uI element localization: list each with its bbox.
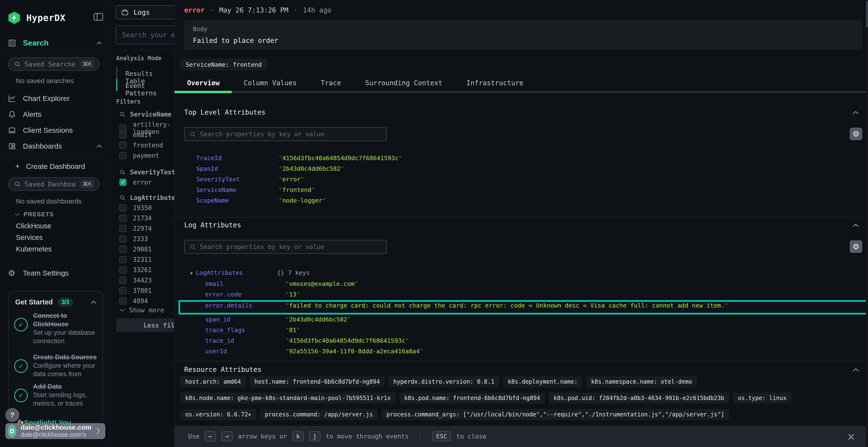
show-more-toggle[interactable]: Show more xyxy=(119,306,164,314)
preset-kubernetes[interactable]: Kubernetes xyxy=(16,245,52,253)
attr-row[interactable]: SpanId "2b43d0c4dd6bc582" xyxy=(175,165,868,176)
attr-row-error-details-highlighted[interactable]: error.details "failed to charge card: co… xyxy=(175,302,868,313)
resource-tag[interactable]: os.version: 6.6.72+ xyxy=(180,409,256,420)
get-started-item[interactable]: ✓ Add Data Start sending logs, metrics, … xyxy=(14,382,98,408)
log-attributes-search-input[interactable]: Search properties by key or value xyxy=(184,240,387,254)
checkbox[interactable] xyxy=(119,204,127,211)
filter-option[interactable]: 37801 xyxy=(119,287,152,294)
attr-row[interactable]: trace_flags "01" xyxy=(175,326,868,337)
filter-option[interactable]: 19350 xyxy=(119,204,152,211)
logo[interactable]: HyperDX xyxy=(8,11,66,24)
checkbox[interactable] xyxy=(119,142,127,149)
resource-tag[interactable]: process.command_args: ["/usr/local/bin/n… xyxy=(381,409,729,420)
tab-surrounding-context[interactable]: Surrounding Context xyxy=(365,79,442,87)
close-icon[interactable]: × xyxy=(847,432,856,442)
attr-key[interactable]: SpanId xyxy=(196,165,218,172)
filter-option[interactable]: 22974 xyxy=(119,225,152,232)
triangle-down-icon[interactable]: ▾ xyxy=(190,270,193,276)
attr-key[interactable]: userId xyxy=(205,348,227,355)
filter-option[interactable]: 2333 xyxy=(119,235,148,243)
presets-toggle[interactable]: PRESETS xyxy=(14,211,54,218)
tree-root-key[interactable]: LogAttributes xyxy=(196,269,243,276)
get-started-item[interactable]: ✓ Create Data Sources Configure where yo… xyxy=(14,353,98,378)
attr-key[interactable]: trace_flags xyxy=(205,326,245,334)
checkbox[interactable] xyxy=(119,235,127,243)
gear-icon[interactable]: ⚙ xyxy=(850,240,862,253)
service-tag[interactable]: ServiceName: frontend xyxy=(180,59,267,71)
filter-option[interactable]: payment xyxy=(119,152,159,159)
resource-tag[interactable]: k8s.pod.uid: f284fb2d-a0b3-4634-991b-e2c… xyxy=(549,392,729,404)
attr-row[interactable]: SeverityText "error" xyxy=(175,176,868,186)
chevron-up-icon[interactable] xyxy=(852,110,859,115)
checkbox[interactable] xyxy=(119,246,127,253)
resource-tag[interactable]: host.arch: amd64 xyxy=(180,376,246,387)
checkbox[interactable] xyxy=(119,256,127,263)
resource-tag[interactable]: os.type: linux xyxy=(733,392,791,404)
resource-tag[interactable]: k8s.pod.name: frontend-6b6c8d7bfd-ng894 xyxy=(400,392,545,404)
checkbox[interactable] xyxy=(119,215,127,222)
source-select[interactable]: Logs xyxy=(116,5,174,19)
user-menu[interactable]: D dale@clickhouse.com dale@clickhouse.co… xyxy=(5,423,105,439)
sidebar-item-team-settings[interactable]: ⚙ Team Settings xyxy=(8,268,102,278)
preset-services[interactable]: Services xyxy=(16,234,43,242)
help-button[interactable]: ? xyxy=(5,408,19,422)
filter-option[interactable]: email xyxy=(119,131,152,138)
collapse-sidebar-icon[interactable] xyxy=(93,12,104,21)
chevron-up-icon[interactable] xyxy=(852,368,859,372)
attr-row[interactable]: userId "92a55156-39a4-11f0-8ddd-a2eca416… xyxy=(175,348,868,358)
resource-tag[interactable]: k8s.node.name: gke-pme-k8s-standard-main… xyxy=(180,392,396,404)
tab-trace[interactable]: Trace xyxy=(321,79,341,87)
attr-key[interactable]: SeverityText xyxy=(196,176,240,183)
resource-tag[interactable]: k8s.namespace.name: otel-demo xyxy=(586,376,697,387)
attr-key[interactable]: email xyxy=(205,280,223,287)
mode-event-patterns[interactable]: Event Patterns xyxy=(125,82,174,97)
preset-clickhouse[interactable]: ClickHouse xyxy=(16,222,51,230)
tab-infrastructure[interactable]: Infrastructure xyxy=(467,79,523,87)
top-level-search-input[interactable]: Search properties by key or value xyxy=(184,127,387,141)
event-search-input[interactable]: Search your events xyxy=(116,26,174,44)
filter-group-logattributes[interactable]: LogAttributes xyxy=(119,194,174,201)
get-started-item[interactable]: ✓ Connect to ClickHouse Set up your data… xyxy=(14,312,98,345)
checkbox[interactable] xyxy=(119,266,127,274)
attr-row[interactable]: TraceId "4156d3fbc40a64854d9dc7f68641593… xyxy=(175,154,868,165)
filter-option[interactable]: 32311 xyxy=(119,256,152,263)
attr-row[interactable]: ScopeName "node-logger" xyxy=(175,197,868,208)
filter-option[interactable]: 33261 xyxy=(119,266,152,274)
filter-option[interactable]: 4894 xyxy=(119,298,148,305)
less-filters-button[interactable]: Less filters xyxy=(116,318,174,332)
attr-key[interactable]: ScopeName xyxy=(196,197,229,204)
filter-option[interactable]: 21734 xyxy=(119,215,152,222)
sidebar-item-dashboards[interactable]: Dashboards xyxy=(8,142,102,150)
tree-root-row[interactable]: ▾ LogAttributes {} 7 keys xyxy=(175,269,868,280)
sidebar-item-client-sessions[interactable]: Client Sessions xyxy=(8,126,102,134)
resource-tag[interactable]: hyperdx.distro.version: 0.8.1 xyxy=(389,376,499,387)
chevron-up-icon[interactable] xyxy=(852,223,859,228)
scrollbar-thumb[interactable] xyxy=(866,1,868,28)
resource-tag[interactable]: host.name: frontend-6b6c8d7bfd-ng894 xyxy=(250,376,384,387)
sidebar-item-search[interactable]: Search xyxy=(8,38,102,47)
filter-option-error[interactable]: error xyxy=(119,179,152,186)
create-dashboard-button[interactable]: + Create Dashboard xyxy=(15,162,110,171)
attr-key[interactable]: TraceId xyxy=(196,154,222,162)
gear-icon[interactable]: ⚙ xyxy=(850,128,862,140)
tab-overview[interactable]: Overview xyxy=(187,79,220,87)
checkbox[interactable] xyxy=(119,125,127,132)
checkbox[interactable] xyxy=(119,152,127,159)
sidebar-item-alerts[interactable]: Alerts xyxy=(8,110,102,118)
attr-key[interactable]: span_id xyxy=(205,316,230,323)
attr-row[interactable]: trace_id "4156d3fbc40a64854d9dc7f6864159… xyxy=(175,337,868,348)
filter-option[interactable]: 29081 xyxy=(119,246,152,253)
resource-tag[interactable]: k8s.deployment.name: xyxy=(503,376,582,387)
filter-group-severitytext[interactable]: SeverityText xyxy=(119,169,174,176)
attr-key[interactable]: ServiceName xyxy=(196,186,236,194)
checkbox[interactable] xyxy=(119,225,127,232)
checkbox[interactable] xyxy=(119,131,127,138)
saved-searches-input[interactable]: Saved Searches ⌘K xyxy=(8,57,100,71)
filter-option[interactable]: frontend xyxy=(119,142,163,149)
resource-tag[interactable]: process.command: /app/server.js xyxy=(260,409,378,420)
attr-key[interactable]: error.code xyxy=(205,291,242,298)
attr-key[interactable]: trace_id xyxy=(205,337,234,344)
filter-option[interactable]: 34423 xyxy=(119,277,152,284)
scrollbar[interactable] xyxy=(866,0,868,447)
checkbox[interactable] xyxy=(119,277,127,284)
